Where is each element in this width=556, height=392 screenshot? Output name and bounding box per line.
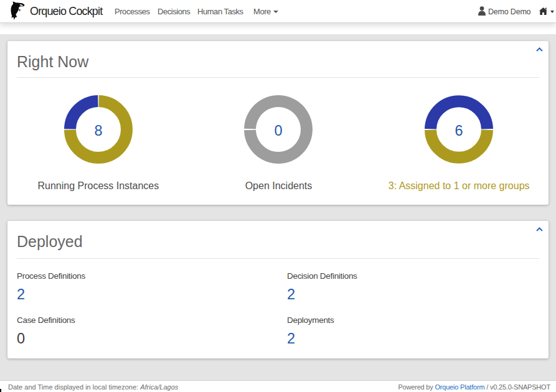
svg-text:0: 0 xyxy=(275,123,283,139)
svg-text:8: 8 xyxy=(94,123,102,139)
svg-text:6: 6 xyxy=(455,123,463,139)
